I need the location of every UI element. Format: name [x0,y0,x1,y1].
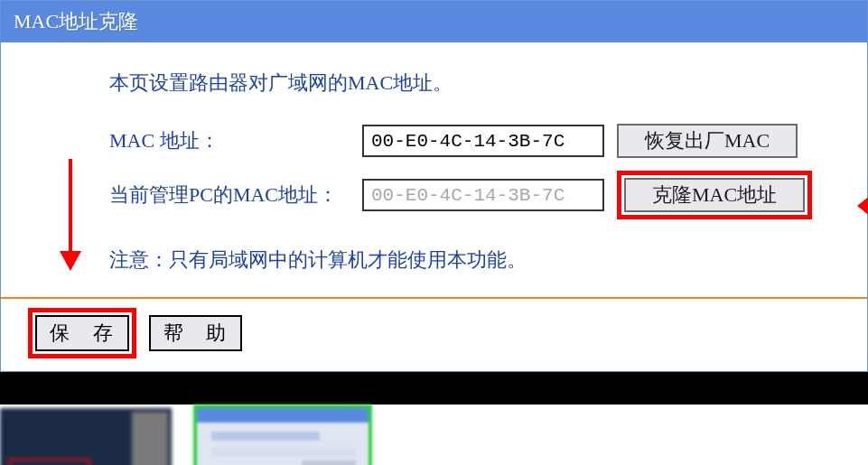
restore-factory-mac-button[interactable]: 恢复出厂MAC [617,124,798,158]
mac-address-row: MAC 地址： 恢复出厂MAC [91,124,849,158]
mac-clone-panel: MAC地址克隆 本页设置路由器对广域网的MAC地址。 MAC 地址： 恢复出厂M… [0,0,868,372]
mac-address-input[interactable] [362,125,604,157]
panel-body: 本页设置路由器对广域网的MAC地址。 MAC 地址： 恢复出厂MAC 当前管理P… [1,42,867,299]
panel-note: 注意：只有局域网中的计算机才能使用本功能。 [109,246,849,274]
panel-description: 本页设置路由器对广域网的MAC地址。 [109,70,849,97]
annotation-highlight-save: 保 存 [28,308,136,358]
thumbnail-2-selected[interactable] [197,408,369,465]
annotation-highlight-clone: 克隆MAC地址 [617,171,812,219]
thumbnail-1[interactable] [0,408,172,465]
pc-mac-row: 当前管理PC的MAC地址： 克隆MAC地址 [91,171,849,219]
annotation-arrow-left-icon [857,196,868,216]
annotation-arrow-down-icon [69,159,72,267]
thumbnail-tray [0,405,868,465]
mac-address-label: MAC 地址： [109,127,362,154]
save-button[interactable]: 保 存 [35,315,129,351]
divider-strip [0,372,868,405]
pc-mac-label: 当前管理PC的MAC地址： [109,181,362,209]
pc-mac-input [362,179,604,211]
clone-mac-button[interactable]: 克隆MAC地址 [624,178,805,212]
help-button[interactable]: 帮 助 [149,315,243,351]
panel-footer: 保 存 帮 助 [1,299,867,371]
panel-title: MAC地址克隆 [1,1,867,42]
